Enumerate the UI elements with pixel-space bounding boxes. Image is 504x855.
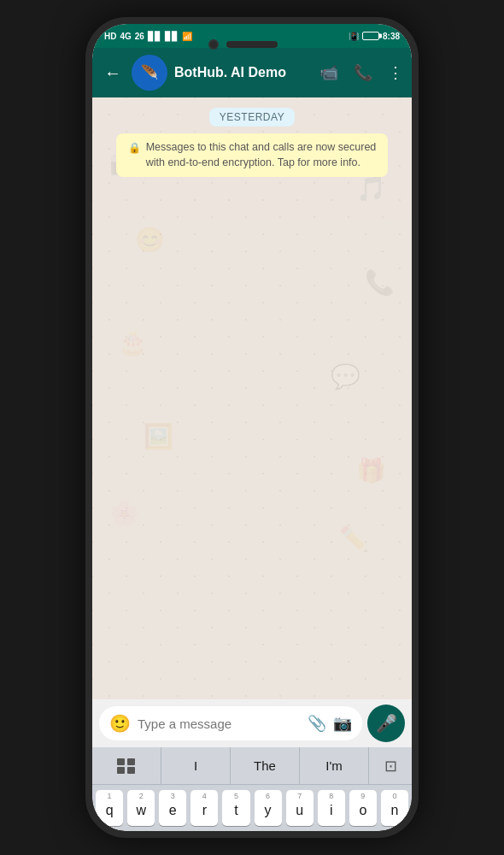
svg-rect-4 — [117, 767, 125, 774]
time-display: 8:38 — [383, 32, 400, 41]
phone-screen: HD 4G 26 ▊▊ ▊▊ 📶 📳 8:38 ← 🪶 — [92, 24, 412, 831]
signal-bars-2: ▊▊ — [165, 32, 179, 41]
collapse-keyboard-button[interactable]: ⊡ — [369, 747, 412, 784]
back-button[interactable]: ← — [101, 63, 125, 83]
chat-messages: YESTERDAY 🔒 Messages to this chat and ca… — [92, 97, 412, 187]
status-left: HD 4G 26 ▊▊ ▊▊ 📶 — [104, 32, 192, 41]
key-e[interactable]: 3e — [159, 790, 186, 826]
svg-rect-2 — [117, 758, 125, 765]
4g-indicator: 4G — [120, 32, 131, 41]
chat-header: ← 🪶 BotHub. AI Demo 📹 📞 ⋮ — [92, 48, 412, 97]
key-r[interactable]: 4r — [190, 790, 218, 826]
attach-button[interactable]: 📎 — [308, 714, 326, 733]
status-right: 📳 8:38 — [349, 32, 400, 41]
key-o[interactable]: 9o — [349, 790, 377, 826]
more-options-button[interactable]: ⋮ — [388, 63, 403, 82]
svg-text:🪶: 🪶 — [141, 63, 159, 81]
keyboard-suggestions: I The I'm ⊡ — [92, 747, 412, 785]
phone-speaker — [226, 41, 278, 48]
key-y[interactable]: 6y — [255, 790, 282, 826]
suggestion-the[interactable]: The — [231, 747, 300, 784]
signal-26: 26 — [135, 32, 144, 41]
emoji-button[interactable]: 🙂 — [109, 713, 131, 734]
input-area: 🙂 📎 📷 🎤 — [92, 699, 412, 747]
suggestion-im[interactable]: I'm — [300, 747, 369, 784]
signal-bars-1: ▊▊ — [148, 32, 161, 41]
key-w[interactable]: 2w — [127, 790, 155, 826]
contact-avatar[interactable]: 🪶 — [132, 55, 167, 91]
encryption-notice[interactable]: 🔒 Messages to this chat and calls are no… — [116, 133, 389, 177]
svg-rect-3 — [127, 758, 135, 765]
key-u[interactable]: 7u — [286, 790, 314, 826]
contact-name: BotHub. AI Demo — [174, 65, 313, 80]
contact-info[interactable]: BotHub. AI Demo — [174, 65, 313, 80]
mic-icon: 🎤 — [376, 713, 397, 734]
key-n[interactable]: 0n — [381, 790, 408, 826]
key-q[interactable]: 1q — [96, 790, 123, 826]
camera-button[interactable]: 📷 — [333, 714, 352, 733]
suggestion-apps[interactable] — [92, 747, 161, 784]
encryption-text: Messages to this chat and calls are now … — [146, 140, 377, 170]
phone-camera — [208, 39, 219, 50]
svg-rect-5 — [127, 767, 135, 774]
phone-call-button[interactable]: 📞 — [354, 63, 372, 82]
video-call-button[interactable]: 📹 — [319, 63, 338, 82]
date-divider: YESTERDAY — [209, 108, 295, 127]
vibrate-icon: 📳 — [349, 32, 359, 41]
key-i[interactable]: 8i — [318, 790, 345, 826]
message-input[interactable] — [138, 716, 301, 731]
keyboard-row-1: 1q 2w 3e 4r 5t 6y 7u 8i 9o 0n — [96, 790, 408, 826]
mic-button[interactable]: 🎤 — [367, 705, 405, 742]
chat-background — [92, 97, 412, 699]
chat-area: 📷 🎵 😊 📞 🎂 💬 🖼️ 🎁 🌸 ✏️ YESTERDAY 🔒 Messag… — [92, 97, 412, 699]
keyboard-grid: 1q 2w 3e 4r 5t 6y 7u 8i 9o 0n — [92, 785, 412, 831]
message-input-wrapper: 🙂 📎 📷 — [99, 706, 362, 740]
battery-icon — [362, 32, 379, 40]
collapse-icon: ⊡ — [384, 757, 397, 775]
phone-frame: HD 4G 26 ▊▊ ▊▊ 📶 📳 8:38 ← 🪶 — [85, 17, 419, 838]
suggestion-i[interactable]: I — [161, 747, 231, 784]
header-icons: 📹 📞 ⋮ — [319, 63, 403, 82]
wifi-icon: 📶 — [182, 32, 192, 41]
lock-icon: 🔒 — [128, 141, 141, 156]
hd-indicator: HD — [104, 32, 116, 41]
key-t[interactable]: 5t — [222, 790, 249, 826]
